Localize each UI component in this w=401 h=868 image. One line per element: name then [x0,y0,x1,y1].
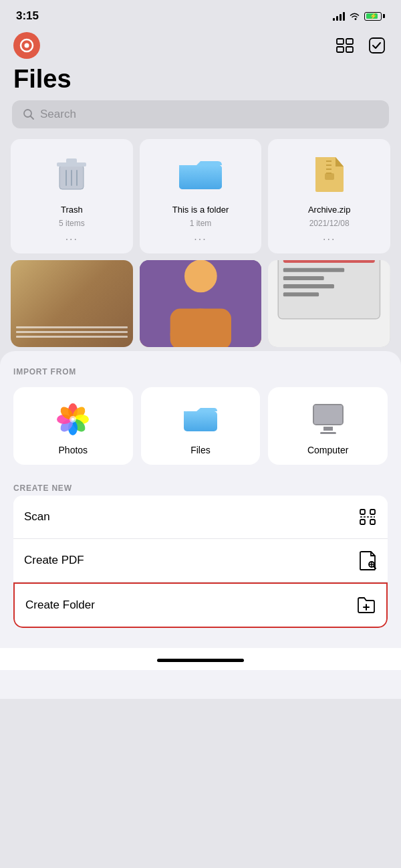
import-section-label: IMPORT FROM [13,367,388,376]
file-card-trash[interactable]: Trash 5 items ··· [11,139,133,253]
files-grid-row1: Trash 5 items ··· This i [0,139,401,253]
checkmark-icon [368,37,386,54]
search-icon [23,108,35,120]
svg-rect-5 [346,47,353,52]
create-pdf-icon [358,551,377,570]
svg-rect-12 [66,158,77,164]
svg-rect-29 [283,260,375,263]
import-computer-button[interactable]: Computer [268,387,388,465]
svg-rect-6 [370,38,384,53]
svg-point-24 [184,260,217,292]
create-folder-icon [357,596,376,615]
files-grid: Trash 5 items ··· This i [0,139,401,340]
create-pdf-label: Create PDF [24,554,84,567]
photo-thumb-3[interactable] [268,260,390,347]
create-section-label: CREATE NEW [13,483,388,493]
file-meta-zip: 2021/12/08 [309,219,350,228]
zip-icon [305,150,354,198]
file-meta-folder: 1 item [190,219,212,228]
svg-line-8 [31,116,34,119]
svg-rect-32 [283,284,334,288]
svg-rect-2 [337,39,344,44]
file-dots-folder: ··· [194,233,207,245]
home-bar [157,659,244,662]
import-files-label: Files [190,445,211,455]
svg-rect-46 [360,520,365,524]
svg-rect-47 [370,520,375,524]
svg-point-42 [70,416,76,423]
scan-label: Scan [24,510,50,524]
import-photos-label: Photos [59,445,88,455]
battery-icon: ⚡ [364,12,385,21]
svg-point-1 [25,43,29,48]
status-icons: ⚡ [333,11,385,21]
computer-icon [309,401,347,438]
page-title: Files [13,66,388,94]
file-name-zip: Archive.zip [308,205,351,215]
signal-icon [333,11,345,21]
header [0,27,401,63]
actions-container: Scan Create PDF [13,496,388,628]
photo-thumb-2[interactable] [140,260,262,347]
search-bar[interactable]: Search [12,100,389,128]
file-dots-zip: ··· [323,233,336,245]
logo-icon [19,37,35,53]
bottom-sheet: IMPORT FROM [0,351,401,699]
import-row: Photos Files [13,387,388,465]
grid-icon [336,38,354,53]
create-folder-label: Create Folder [25,599,95,612]
svg-rect-45 [370,510,375,514]
photo-thumb-1[interactable] [11,260,133,347]
page-title-wrap: Files [0,63,401,100]
svg-rect-4 [337,47,344,52]
svg-rect-43 [184,411,217,431]
checkmark-button[interactable] [366,35,388,56]
svg-rect-44 [360,510,365,514]
create-folder-button[interactable]: Create Folder [13,582,388,628]
trash-icon [47,150,96,198]
wifi-icon [349,12,360,21]
file-name-trash: Trash [61,205,83,215]
file-name-folder: This is a folder [172,205,229,215]
svg-rect-22 [325,173,334,180]
status-bar: 3:15 ⚡ [0,0,401,27]
file-card-folder[interactable]: This is a folder 1 item ··· [140,139,262,253]
file-meta-trash: 5 items [59,219,85,228]
import-computer-label: Computer [307,445,348,455]
svg-rect-3 [346,39,353,44]
app-logo [13,32,40,59]
scan-icon [358,508,377,526]
create-pdf-button[interactable]: Create PDF [13,539,388,582]
import-files-button[interactable]: Files [141,387,261,465]
search-wrap: Search [0,100,401,139]
scan-button[interactable]: Scan [13,496,388,539]
photos-icon [54,401,92,438]
svg-rect-33 [283,292,319,296]
svg-rect-30 [283,268,344,272]
grid-view-button[interactable] [334,35,356,56]
import-photos-button[interactable]: Photos [13,387,133,465]
search-placeholder: Search [40,108,76,121]
photo-thumbnails-row [0,253,401,340]
svg-rect-17 [179,165,222,189]
folder-icon [176,150,225,198]
svg-rect-31 [283,276,324,280]
home-indicator [0,648,401,670]
file-dots-trash: ··· [65,233,78,245]
status-time: 3:15 [16,9,39,23]
file-card-zip[interactable]: Archive.zip 2021/12/08 ··· [268,139,390,253]
files-icon [182,401,219,438]
svg-rect-26 [170,308,231,346]
header-actions [334,35,388,56]
